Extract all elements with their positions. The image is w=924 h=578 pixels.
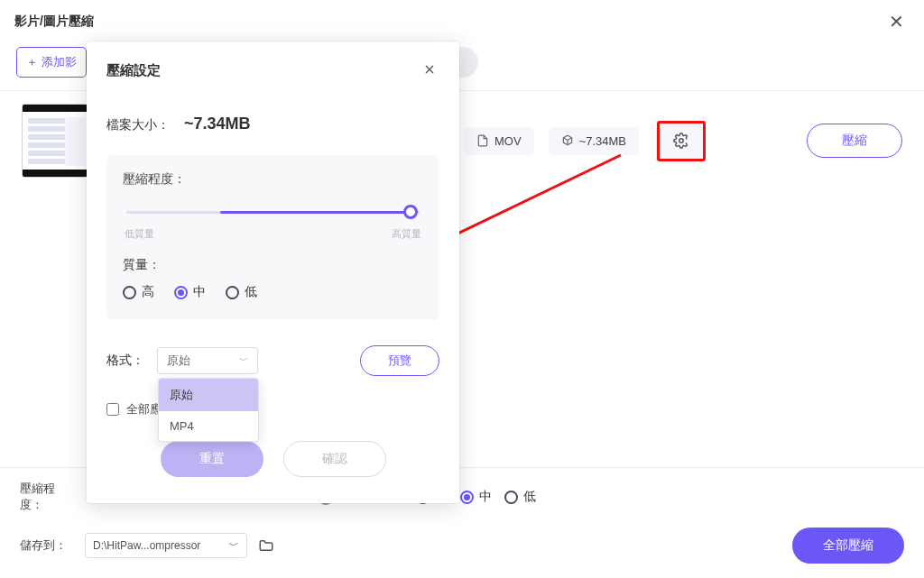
modal-title: 壓縮設定: [106, 62, 161, 79]
format-select[interactable]: 原始 ﹀ 原始 MP4: [157, 347, 258, 374]
file-ext-chip: MOV: [464, 127, 534, 155]
modal-close-button[interactable]: [420, 60, 439, 82]
window-title: 影片/圖片壓縮: [14, 14, 94, 30]
footer-quality-mid[interactable]: 中: [460, 489, 492, 505]
footer-quality-low[interactable]: 低: [504, 489, 536, 505]
quality-label: 質量：: [123, 257, 423, 273]
quality-radio-high[interactable]: 高: [123, 284, 154, 300]
format-label: 格式：: [106, 353, 144, 369]
apply-all-checkbox[interactable]: [106, 403, 119, 416]
add-video-label: 添加影: [42, 54, 77, 70]
cube-icon: [561, 134, 574, 147]
format-dropdown: 原始 MP4: [158, 378, 259, 442]
preview-button[interactable]: 預覽: [360, 345, 439, 376]
compress-all-button[interactable]: 全部壓縮: [792, 528, 904, 564]
format-option-mp4[interactable]: MP4: [159, 411, 258, 441]
save-path-select[interactable]: D:\HitPaw...ompressor ﹀: [85, 533, 247, 558]
confirm-button[interactable]: 確認: [283, 441, 386, 477]
slider-knob[interactable]: [403, 205, 418, 219]
plus-icon: ＋: [26, 54, 38, 70]
chevron-down-icon: ﹀: [239, 354, 248, 367]
format-selected-value: 原始: [167, 353, 190, 369]
file-icon: [476, 134, 489, 147]
quality-radio-mid[interactable]: 中: [174, 284, 206, 300]
folder-icon[interactable]: [258, 537, 274, 554]
file-thumbnail[interactable]: [22, 104, 88, 178]
compression-slider[interactable]: [126, 204, 420, 222]
save-to-label: 儲存到：: [20, 537, 74, 554]
apply-all-label: 全部應: [126, 401, 162, 417]
footer-level-label: 壓縮程度：: [20, 481, 74, 513]
save-path-value: D:\HitPaw...ompressor: [93, 539, 200, 552]
compression-level-label: 壓縮程度：: [123, 171, 423, 188]
reset-button[interactable]: 重置: [161, 441, 263, 477]
compression-settings-modal: 壓縮設定 檔案大小： ~7.34MB 壓縮程度： 低質量 高質量 質量： 高 中…: [87, 41, 459, 503]
slider-min-label: 低質量: [125, 227, 154, 241]
format-option-original[interactable]: 原始: [159, 379, 258, 411]
chevron-down-icon: ﹀: [228, 538, 239, 554]
settings-button[interactable]: [657, 121, 706, 161]
compress-button[interactable]: 壓縮: [807, 124, 902, 158]
add-video-button[interactable]: ＋ 添加影: [16, 47, 87, 78]
filesize-label: 檔案大小：: [106, 117, 170, 133]
close-icon[interactable]: ✕: [883, 9, 910, 34]
slider-max-label: 高質量: [392, 227, 421, 241]
filesize-value: ~7.34MB: [184, 115, 251, 133]
close-icon: [422, 62, 437, 77]
gear-icon: [673, 133, 689, 149]
quality-radio-low[interactable]: 低: [226, 284, 257, 300]
file-size-chip: ~7.34MB: [549, 127, 639, 155]
svg-point-0: [679, 139, 684, 143]
